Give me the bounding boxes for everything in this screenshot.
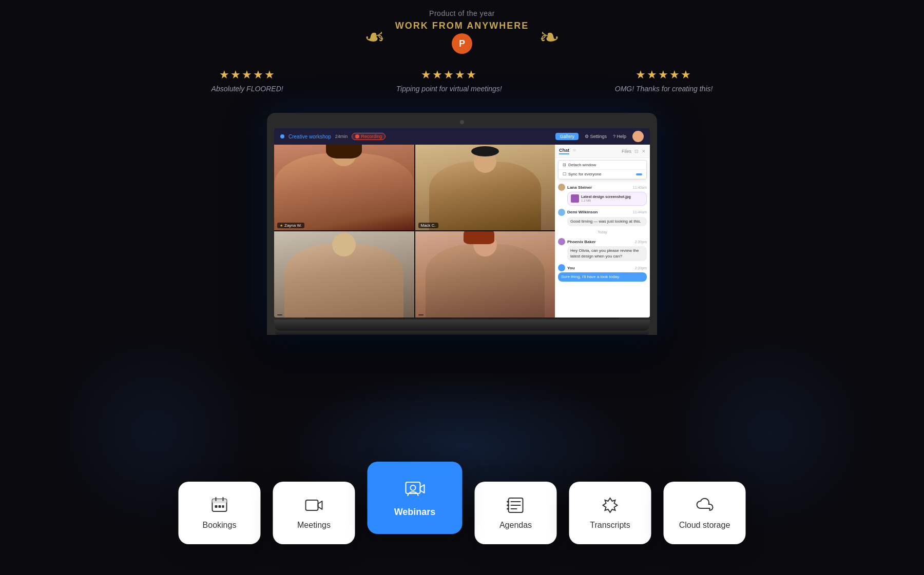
- video-label-2: Mack C.: [418, 223, 438, 228]
- chat-header: Chat ☺ Files ⊡ ✕: [555, 145, 650, 158]
- files-tab-area: Files ⊡ ✕: [622, 149, 646, 154]
- sender-phoenix: Phoenix Baker: [567, 240, 596, 244]
- meetings-icon: [305, 496, 323, 514]
- svg-point-9: [410, 485, 415, 490]
- laptop-shell: Creative workshop 24min Recording Galler…: [267, 113, 657, 335]
- chat-msg-header-4: You 2:20pm: [558, 264, 647, 271]
- agendas-label: Agendas: [499, 521, 532, 530]
- bookings-label: Bookings: [203, 521, 237, 530]
- svg-rect-5: [219, 505, 221, 508]
- chat-message-3: Phoenix Baker 2:20pm Hey Olivia, can you…: [558, 238, 647, 261]
- reviews-row: ★★★★★ Absolutely FLOORED! ★★★★★ Tipping …: [0, 68, 924, 93]
- sender-you: You: [567, 266, 575, 270]
- chat-panel: Chat ☺ Files ⊡ ✕ ⊡: [555, 145, 650, 318]
- chat-message-1: Lana Steiner 11:40am Latest design scree…: [558, 184, 647, 206]
- video-cell-4: [415, 231, 555, 317]
- record-dot-icon: [355, 134, 359, 138]
- video-grid: ★ Zayna W.: [274, 145, 555, 318]
- video-label-1: ★ Zayna W.: [277, 223, 304, 228]
- expand-icon[interactable]: ⊡: [634, 149, 639, 154]
- file-name: Latest design screenshot.jpg: [581, 194, 631, 199]
- time-4: 2:20pm: [635, 266, 647, 270]
- app-topbar: Creative workshop 24min Recording Galler…: [274, 128, 650, 145]
- video-cell-2: Mack C.: [415, 145, 555, 230]
- review-item-1: ★★★★★ Absolutely FLOORED!: [211, 68, 283, 93]
- stars-2: ★★★★★: [421, 68, 477, 82]
- file-info: Latest design screenshot.jpg 1.2 MB: [581, 194, 631, 203]
- app-content: ★ Zayna W.: [274, 145, 650, 318]
- avatar-demi: [558, 209, 565, 216]
- settings-label: ⚙ Settings: [585, 134, 607, 139]
- laptop-base: [274, 320, 650, 331]
- review-text-3: OMG! Thanks for creating this!: [615, 85, 713, 93]
- feature-card-webinars[interactable]: Webinars: [368, 462, 463, 534]
- feature-card-agendas[interactable]: Agendas: [475, 482, 557, 544]
- chat-msg-header-3: Phoenix Baker 2:20pm: [558, 238, 647, 245]
- files-dropdown: ⊡ Detach window ☐ Sync for everyone: [558, 160, 647, 180]
- feature-cards: Bookings Meetings Webinars Agendas: [179, 472, 746, 544]
- chat-file-bubble: Latest design screenshot.jpg 1.2 MB: [567, 192, 647, 206]
- dropdown-item-detach[interactable]: ⊡ Detach window: [559, 161, 646, 170]
- video-label-4: [418, 314, 424, 315]
- feature-card-meetings[interactable]: Meetings: [273, 482, 355, 544]
- feature-card-cloud-storage[interactable]: Cloud storage: [664, 482, 746, 544]
- svg-rect-6: [222, 505, 224, 508]
- video-cell-3: [274, 231, 414, 317]
- user-avatar: [632, 131, 644, 142]
- file-size: 1.2 MB: [581, 199, 631, 203]
- meeting-dot-icon: [280, 134, 284, 138]
- chat-tab-emoji: ☺: [572, 148, 576, 154]
- chat-msg-header-2: Demi Wilkinson 11:44am: [558, 209, 647, 216]
- sync-checkbox: ☐: [563, 172, 566, 176]
- transcripts-icon: [601, 496, 620, 514]
- time-3: 2:20pm: [635, 240, 647, 244]
- recording-badge: Recording: [352, 133, 386, 140]
- dropdown-item-sync[interactable]: ☐ Sync for everyone: [559, 170, 646, 179]
- recording-label: Recording: [361, 134, 382, 139]
- video-cell-1: ★ Zayna W.: [274, 145, 414, 230]
- transcripts-label: Transcripts: [590, 521, 630, 530]
- laptop-notch: [460, 120, 464, 124]
- cloud-storage-label: Cloud storage: [679, 521, 730, 530]
- chat-message-2: Demi Wilkinson 11:44am Good timing — was…: [558, 209, 647, 226]
- laptop-screen: Creative workshop 24min Recording Galler…: [274, 128, 650, 318]
- app-topbar-left: Creative workshop 24min Recording: [280, 133, 386, 140]
- webinars-icon: [403, 478, 426, 501]
- app-ui: Creative workshop 24min Recording Galler…: [274, 128, 650, 318]
- laptop-bottom: [274, 331, 650, 335]
- svg-rect-7: [306, 500, 318, 510]
- award-badge: P: [452, 33, 472, 54]
- sender-demi: Demi Wilkinson: [567, 210, 598, 214]
- review-text-2: Tipping point for virtual meetings!: [396, 85, 502, 93]
- avatar-lana: [558, 184, 565, 191]
- time-1: 11:40am: [633, 186, 647, 189]
- help-label: ? Help: [613, 134, 626, 139]
- chat-bubble-phoenix: Hey Olivia, can you please review the la…: [567, 246, 647, 261]
- stars-3: ★★★★★: [636, 68, 692, 82]
- agendas-icon: [507, 496, 525, 514]
- cloud-storage-icon: [696, 496, 714, 514]
- chat-tabs: Chat ☺: [559, 148, 576, 154]
- chat-message-4: You 2:20pm Sure thing, I'll have a look …: [558, 264, 647, 282]
- svg-rect-4: [215, 505, 218, 508]
- app-topbar-right: Gallery ⚙ Settings ? Help: [555, 131, 644, 142]
- file-icon: [571, 194, 579, 203]
- meeting-time: 24min: [335, 134, 348, 139]
- gallery-label: Gallery: [560, 134, 574, 139]
- review-item-3: ★★★★★ OMG! Thanks for creating this!: [615, 68, 713, 93]
- today-divider: Today: [558, 230, 647, 234]
- feature-card-transcripts[interactable]: Transcripts: [569, 482, 651, 544]
- gallery-button[interactable]: Gallery: [555, 133, 579, 140]
- chat-messages: Lana Steiner 11:40am Latest design scree…: [555, 182, 650, 318]
- sender-lana: Lana Steiner: [567, 185, 592, 190]
- bookings-icon: [210, 496, 229, 514]
- chat-tab-chat[interactable]: Chat: [559, 148, 569, 154]
- feature-card-bookings[interactable]: Bookings: [179, 482, 261, 544]
- webinars-label: Webinars: [394, 507, 436, 518]
- detach-icon: ⊡: [563, 163, 566, 167]
- chat-tab-files[interactable]: Files: [622, 149, 631, 154]
- close-icon[interactable]: ✕: [642, 149, 646, 154]
- avatar-phoenix: [558, 238, 565, 245]
- sync-button[interactable]: [636, 173, 642, 175]
- award-title: WORK FROM ANYWHERE: [395, 21, 529, 31]
